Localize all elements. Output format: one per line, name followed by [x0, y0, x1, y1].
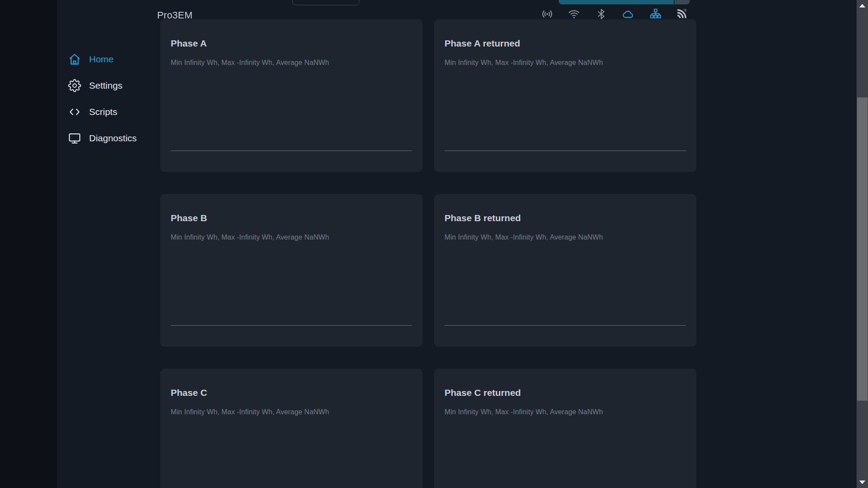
chart-baseline	[445, 151, 686, 151]
card-title: Phase A returned	[445, 38, 696, 49]
cloud-icon[interactable]	[622, 8, 635, 20]
card-title: Phase C	[171, 387, 423, 398]
scroll-up-arrow-icon[interactable]	[859, 4, 865, 7]
sidebar-item-label: Settings	[89, 79, 122, 92]
card-stats: Min Infinity Wh, Max -Infinity Wh, Avera…	[445, 58, 686, 68]
wifi-active-dot	[573, 17, 575, 18]
code-icon	[68, 105, 81, 118]
rss-icon[interactable]	[675, 8, 688, 20]
shelly-web-ui: Pro3EM	[0, 0, 868, 488]
card-stats: Min Infinity Wh, Max -Infinity Wh, Avera…	[445, 407, 686, 417]
sidebar-item-home[interactable]: Home	[68, 53, 137, 66]
sidebar-item-label: Home	[89, 53, 114, 66]
vertical-scrollbar[interactable]	[857, 0, 868, 488]
card-title: Phase B returned	[445, 212, 696, 224]
ethernet-icon[interactable]	[649, 8, 662, 20]
chart-baseline	[171, 325, 412, 326]
bluetooth-icon[interactable]	[595, 8, 607, 20]
card-title: Phase B	[171, 212, 423, 224]
phase-c-returned-card: Phase C returned Min Infinity Wh, Max -I…	[434, 369, 696, 488]
card-title: Phase A	[171, 38, 423, 49]
wifi-icon[interactable]	[568, 8, 580, 20]
phase-a-card: Phase A Min Infinity Wh, Max -Infinity W…	[160, 19, 423, 172]
chart-baseline	[445, 325, 686, 326]
card-stats: Min Infinity Wh, Max -Infinity Wh, Avera…	[171, 407, 412, 417]
sidebar-item-settings[interactable]: Settings	[68, 79, 137, 92]
sidebar-item-scripts[interactable]: Scripts	[68, 105, 137, 118]
card-stats: Min Infinity Wh, Max -Infinity Wh, Avera…	[171, 233, 412, 242]
sidebar-item-label: Diagnostics	[89, 132, 137, 145]
gear-icon	[68, 79, 81, 92]
chart-baseline	[171, 151, 412, 151]
sidebar-nav: Home Settings Scripts Diagnostics	[68, 53, 137, 145]
access-point-icon[interactable]	[541, 8, 553, 20]
phase-b-card: Phase B Min Infinity Wh, Max -Infinity W…	[160, 194, 423, 347]
toggle-bar-end-cap	[674, 0, 690, 4]
card-title: Phase C returned	[445, 387, 696, 398]
sidebar-item-label: Scripts	[89, 105, 117, 118]
scrolled-toggle-bar[interactable]	[559, 0, 690, 4]
scroll-down-arrow-icon[interactable]	[859, 481, 865, 484]
card-stats: Min Infinity Wh, Max -Infinity Wh, Avera…	[171, 58, 412, 68]
phase-b-returned-card: Phase B returned Min Infinity Wh, Max -I…	[434, 194, 696, 347]
monitor-icon	[68, 132, 81, 145]
toggle-bar-active-segment	[559, 0, 674, 4]
card-stats: Min Infinity Wh, Max -Infinity Wh, Avera…	[445, 233, 686, 242]
phase-a-returned-card: Phase A returned Min Infinity Wh, Max -I…	[434, 19, 696, 172]
scrolled-outline-button[interactable]	[292, 0, 359, 5]
scrollbar-thumb[interactable]	[857, 97, 868, 401]
phase-c-card: Phase C Min Infinity Wh, Max -Infinity W…	[160, 369, 423, 488]
sidebar-item-diagnostics[interactable]: Diagnostics	[68, 132, 137, 145]
home-icon	[68, 53, 81, 66]
